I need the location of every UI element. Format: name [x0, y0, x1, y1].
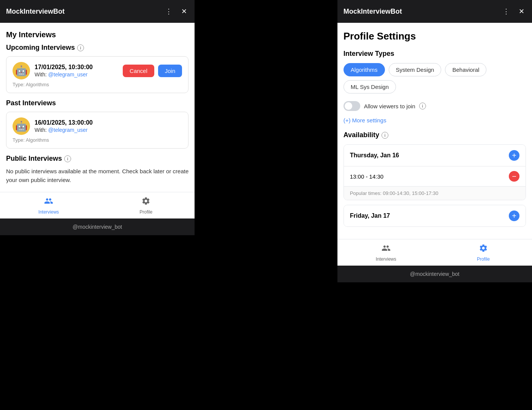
thursday-remove-button[interactable]: − — [509, 171, 519, 182]
left-footer: @mockinterview_bot — [0, 218, 195, 235]
left-nav-profile-label: Profile — [139, 209, 152, 215]
toggle-row: Allow viewers to join i — [344, 101, 526, 111]
thursday-popular: Popular times: 09:00-14:30, 15:00-17:30 — [344, 186, 526, 200]
left-nav-profile[interactable]: Profile — [97, 192, 195, 218]
right-nav-interviews[interactable]: Interviews — [337, 239, 435, 266]
upcoming-title: Upcoming Interviews — [6, 44, 75, 52]
upcoming-card-top: 🤖 17/01/2025, 10:30:00 With: @telegram_u… — [13, 62, 182, 79]
interview-types-title: Interview Types — [344, 50, 526, 58]
public-section-header: Public Interviews i — [6, 155, 188, 163]
chip-behavioral[interactable]: Behavioral — [445, 63, 486, 76]
my-interviews-title: My Interviews — [6, 30, 188, 39]
upcoming-user-link[interactable]: @telegram_user — [48, 71, 88, 78]
left-close-button[interactable]: ✕ — [180, 6, 188, 17]
left-menu-button[interactable]: ⋮ — [164, 6, 174, 17]
left-header-icons: ⋮ ✕ — [164, 6, 188, 17]
interviews-nav-icon — [44, 196, 53, 208]
cancel-button[interactable]: Cancel — [123, 65, 154, 77]
thursday-time-row: 13:00 - 14:30 − — [344, 166, 526, 186]
past-avatar: 🤖 — [13, 117, 30, 135]
right-nav-profile-label: Profile — [477, 256, 490, 262]
upcoming-datetime: 17/01/2025, 10:30:00 — [35, 64, 118, 71]
left-bottom-nav: Interviews Profile — [0, 192, 195, 218]
right-menu-button[interactable]: ⋮ — [501, 6, 511, 17]
chip-system-design[interactable]: System Design — [389, 63, 442, 76]
upcoming-with: With: @telegram_user — [35, 71, 118, 78]
profile-settings-title: Profile Settings — [344, 30, 526, 42]
right-title: MockInterviewBot — [344, 8, 402, 16]
public-text: No public interviews available at the mo… — [6, 167, 188, 184]
upcoming-card-info: 17/01/2025, 10:30:00 With: @telegram_use… — [35, 64, 118, 78]
past-card: 🤖 16/01/2025, 13:00:00 With: @telegram_u… — [6, 112, 188, 149]
right-content: Profile Settings Interview Types Algorit… — [337, 23, 532, 239]
past-user-link[interactable]: @telegram_user — [48, 127, 88, 133]
thursday-add-button[interactable]: + — [509, 150, 519, 161]
right-profile-nav-icon — [479, 244, 488, 255]
past-card-top: 🤖 16/01/2025, 13:00:00 With: @telegram_u… — [13, 117, 182, 135]
right-header: MockInterviewBot ⋮ ✕ — [337, 0, 532, 23]
availability-title: Availability — [344, 131, 379, 139]
right-header-icons: ⋮ ✕ — [501, 6, 526, 17]
chips-container: Algorithms System Design Behavioral ML S… — [344, 63, 526, 93]
left-nav-interviews-label: Interviews — [38, 209, 59, 215]
left-title: MockInterviewBot — [6, 8, 65, 16]
upcoming-card-actions: Cancel Join — [123, 65, 182, 77]
join-button[interactable]: Join — [158, 65, 182, 77]
thursday-time: 13:00 - 14:30 — [350, 173, 383, 180]
public-info-icon[interactable]: i — [64, 155, 71, 162]
upcoming-info-icon[interactable]: i — [77, 44, 84, 51]
viewers-toggle[interactable] — [344, 101, 360, 111]
right-panel: MockInterviewBot ⋮ ✕ Profile Settings In… — [337, 0, 532, 410]
past-section-header: Past Interviews — [6, 99, 188, 107]
past-card-info: 16/01/2025, 13:00:00 With: @telegram_use… — [35, 119, 182, 133]
upcoming-card: 🤖 17/01/2025, 10:30:00 With: @telegram_u… — [6, 56, 188, 93]
availability-card-friday: Friday, Jan 17 + — [344, 205, 526, 227]
gap-filler — [195, 0, 265, 410]
thursday-day-row: Thursday, Jan 16 + — [344, 145, 526, 166]
past-card-type: Type: Algorithms — [13, 137, 182, 143]
availability-info-icon[interactable]: i — [382, 132, 388, 139]
right-interviews-nav-icon — [382, 244, 391, 255]
past-datetime: 16/01/2025, 13:00:00 — [35, 119, 182, 126]
right-footer-text: @mockinterview_bot — [410, 271, 459, 277]
left-footer-text: @mockinterview_bot — [73, 224, 122, 230]
upcoming-card-type: Type: Algorithms — [13, 82, 182, 87]
right-nav-profile[interactable]: Profile — [435, 239, 532, 266]
right-bottom-nav: Interviews Profile — [337, 239, 532, 266]
past-title: Past Interviews — [6, 99, 56, 107]
friday-label: Friday, Jan 17 — [350, 212, 390, 219]
public-title: Public Interviews — [6, 155, 62, 163]
chip-algorithms[interactable]: Algorithms — [344, 63, 385, 76]
friday-day-row: Friday, Jan 17 + — [344, 205, 526, 226]
thursday-label: Thursday, Jan 16 — [350, 152, 399, 159]
left-content: My Interviews Upcoming Interviews i 🤖 17… — [0, 23, 195, 192]
upcoming-avatar: 🤖 — [13, 62, 30, 79]
toggle-label: Allow viewers to join — [364, 103, 415, 109]
friday-add-button[interactable]: + — [509, 211, 519, 221]
left-header: MockInterviewBot ⋮ ✕ — [0, 0, 195, 23]
profile-nav-icon — [141, 196, 150, 208]
left-nav-interviews[interactable]: Interviews — [0, 192, 97, 218]
left-panel: MockInterviewBot ⋮ ✕ My Interviews Upcom… — [0, 0, 195, 410]
right-close-button[interactable]: ✕ — [517, 6, 526, 17]
availability-header: Availability i — [344, 131, 526, 139]
right-footer: @mockinterview_bot — [337, 266, 532, 282]
past-with: With: @telegram_user — [35, 127, 182, 133]
toggle-info-icon[interactable]: i — [419, 103, 426, 109]
upcoming-section-header: Upcoming Interviews i — [6, 44, 188, 52]
more-settings-link[interactable]: (+) More settings — [344, 117, 386, 123]
chip-ml-sys-design[interactable]: ML Sys Design — [344, 80, 396, 93]
right-nav-interviews-label: Interviews — [376, 256, 396, 262]
availability-card-thursday: Thursday, Jan 16 + 13:00 - 14:30 − Popul… — [344, 144, 526, 200]
